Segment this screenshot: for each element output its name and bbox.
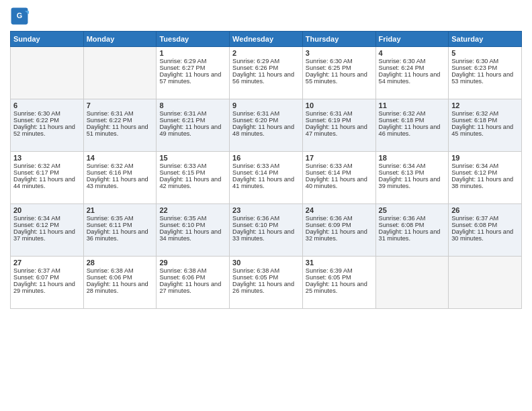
calendar-cell	[83, 47, 157, 99]
calendar-table: SundayMondayTuesdayWednesdayThursdayFrid…	[10, 31, 522, 309]
week-row: 20Sunrise: 6:34 AMSunset: 6:12 PMDayligh…	[11, 204, 522, 257]
sunset-text: Sunset: 6:08 PM	[451, 222, 519, 228]
sunset-text: Sunset: 6:16 PM	[87, 169, 154, 176]
daylight-text: Daylight: 11 hours and 43 minutes.	[87, 176, 154, 189]
sunset-text: Sunset: 6:14 PM	[306, 169, 373, 176]
sunrise-text: Sunrise: 6:35 AM	[87, 215, 154, 222]
sunrise-text: Sunrise: 6:33 AM	[306, 163, 373, 169]
sunrise-text: Sunrise: 6:36 AM	[379, 215, 446, 222]
day-number: 24	[306, 206, 373, 214]
calendar-body: 1Sunrise: 6:29 AMSunset: 6:27 PMDaylight…	[11, 47, 522, 309]
day-number: 11	[379, 101, 446, 109]
daylight-text: Daylight: 11 hours and 36 minutes.	[87, 228, 154, 242]
sunset-text: Sunset: 6:18 PM	[379, 117, 446, 124]
sunrise-text: Sunrise: 6:37 AM	[13, 267, 81, 274]
daylight-text: Daylight: 11 hours and 55 minutes.	[306, 71, 373, 85]
calendar-cell	[375, 257, 449, 309]
daylight-text: Daylight: 11 hours and 40 minutes.	[306, 176, 373, 189]
header-day-saturday: Saturday	[449, 32, 522, 47]
sunrise-text: Sunrise: 6:37 AM	[451, 215, 519, 222]
calendar-cell: 24Sunrise: 6:36 AMSunset: 6:09 PMDayligh…	[302, 204, 375, 257]
daylight-text: Daylight: 11 hours and 34 minutes.	[159, 228, 226, 242]
sunrise-text: Sunrise: 6:31 AM	[232, 110, 300, 117]
daylight-text: Daylight: 11 hours and 30 minutes.	[451, 228, 519, 242]
sunrise-text: Sunrise: 6:36 AM	[232, 215, 300, 222]
calendar-cell: 8Sunrise: 6:31 AMSunset: 6:21 PMDaylight…	[157, 99, 230, 152]
calendar-cell: 25Sunrise: 6:36 AMSunset: 6:08 PMDayligh…	[375, 204, 449, 257]
calendar-cell: 28Sunrise: 6:38 AMSunset: 6:06 PMDayligh…	[83, 257, 157, 309]
calendar-cell: 23Sunrise: 6:36 AMSunset: 6:10 PMDayligh…	[230, 204, 303, 257]
header-day-friday: Friday	[375, 32, 449, 47]
sunset-text: Sunset: 6:06 PM	[159, 274, 226, 281]
calendar-cell: 27Sunrise: 6:37 AMSunset: 6:07 PMDayligh…	[11, 257, 84, 309]
daylight-text: Daylight: 11 hours and 32 minutes.	[306, 228, 373, 242]
week-row: 6Sunrise: 6:30 AMSunset: 6:22 PMDaylight…	[11, 99, 522, 152]
header-day-wednesday: Wednesday	[230, 32, 303, 47]
day-number: 2	[232, 49, 300, 57]
calendar-cell: 9Sunrise: 6:31 AMSunset: 6:20 PMDaylight…	[230, 99, 303, 152]
calendar-cell: 11Sunrise: 6:32 AMSunset: 6:18 PMDayligh…	[375, 99, 449, 152]
sunrise-text: Sunrise: 6:29 AM	[232, 58, 300, 64]
sunset-text: Sunset: 6:21 PM	[159, 117, 226, 124]
daylight-text: Daylight: 11 hours and 41 minutes.	[232, 176, 300, 189]
calendar-cell: 20Sunrise: 6:34 AMSunset: 6:12 PMDayligh…	[11, 204, 84, 257]
daylight-text: Daylight: 11 hours and 52 minutes.	[13, 124, 81, 137]
daylight-text: Daylight: 11 hours and 54 minutes.	[379, 71, 446, 85]
daylight-text: Daylight: 11 hours and 45 minutes.	[451, 124, 519, 137]
header-day-tuesday: Tuesday	[157, 32, 230, 47]
calendar-cell: 16Sunrise: 6:33 AMSunset: 6:14 PMDayligh…	[230, 152, 303, 204]
day-number: 3	[306, 49, 373, 57]
sunrise-text: Sunrise: 6:34 AM	[451, 163, 519, 169]
day-number: 9	[232, 101, 300, 109]
calendar-cell: 26Sunrise: 6:37 AMSunset: 6:08 PMDayligh…	[449, 204, 522, 257]
calendar-cell: 7Sunrise: 6:31 AMSunset: 6:22 PMDaylight…	[83, 99, 157, 152]
day-number: 14	[87, 154, 154, 162]
header-day-thursday: Thursday	[302, 32, 375, 47]
sunrise-text: Sunrise: 6:33 AM	[232, 163, 300, 169]
sunrise-text: Sunrise: 6:32 AM	[87, 163, 154, 169]
week-row: 13Sunrise: 6:32 AMSunset: 6:17 PMDayligh…	[11, 152, 522, 204]
daylight-text: Daylight: 11 hours and 39 minutes.	[379, 176, 446, 189]
sunrise-text: Sunrise: 6:30 AM	[306, 58, 373, 64]
sunrise-text: Sunrise: 6:33 AM	[159, 163, 226, 169]
day-number: 20	[13, 206, 81, 214]
sunrise-text: Sunrise: 6:35 AM	[159, 215, 226, 222]
week-row: 27Sunrise: 6:37 AMSunset: 6:07 PMDayligh…	[11, 257, 522, 309]
day-number: 26	[451, 206, 519, 214]
daylight-text: Daylight: 11 hours and 25 minutes.	[306, 281, 373, 294]
daylight-text: Daylight: 11 hours and 42 minutes.	[159, 176, 226, 189]
sunset-text: Sunset: 6:10 PM	[232, 222, 300, 228]
sunrise-text: Sunrise: 6:30 AM	[379, 58, 446, 64]
calendar-cell	[11, 47, 84, 99]
day-number: 5	[451, 49, 519, 57]
calendar-cell: 18Sunrise: 6:34 AMSunset: 6:13 PMDayligh…	[375, 152, 449, 204]
day-number: 12	[451, 101, 519, 109]
day-number: 19	[451, 154, 519, 162]
daylight-text: Daylight: 11 hours and 46 minutes.	[379, 124, 446, 137]
calendar-cell: 13Sunrise: 6:32 AMSunset: 6:17 PMDayligh…	[11, 152, 84, 204]
daylight-text: Daylight: 11 hours and 31 minutes.	[379, 228, 446, 242]
day-number: 25	[379, 206, 446, 214]
day-number: 7	[87, 101, 154, 109]
sunset-text: Sunset: 6:18 PM	[451, 117, 519, 124]
day-number: 18	[379, 154, 446, 162]
sunrise-text: Sunrise: 6:38 AM	[232, 267, 300, 274]
sunset-text: Sunset: 6:09 PM	[306, 222, 373, 228]
sunset-text: Sunset: 6:23 PM	[451, 64, 519, 71]
calendar-cell: 31Sunrise: 6:39 AMSunset: 6:05 PMDayligh…	[302, 257, 375, 309]
header-day-sunday: Sunday	[11, 32, 84, 47]
daylight-text: Daylight: 11 hours and 53 minutes.	[451, 71, 519, 85]
calendar-cell: 15Sunrise: 6:33 AMSunset: 6:15 PMDayligh…	[157, 152, 230, 204]
day-number: 4	[379, 49, 446, 57]
day-number: 16	[232, 154, 300, 162]
sunset-text: Sunset: 6:24 PM	[379, 64, 446, 71]
sunset-text: Sunset: 6:15 PM	[159, 169, 226, 176]
sunset-text: Sunset: 6:22 PM	[87, 117, 154, 124]
daylight-text: Daylight: 11 hours and 28 minutes.	[87, 281, 154, 294]
calendar-cell: 21Sunrise: 6:35 AMSunset: 6:11 PMDayligh…	[83, 204, 157, 257]
day-number: 15	[159, 154, 226, 162]
sunrise-text: Sunrise: 6:29 AM	[159, 58, 226, 64]
calendar-header: SundayMondayTuesdayWednesdayThursdayFrid…	[11, 32, 522, 47]
calendar-cell: 6Sunrise: 6:30 AMSunset: 6:22 PMDaylight…	[11, 99, 84, 152]
sunset-text: Sunset: 6:05 PM	[306, 274, 373, 281]
